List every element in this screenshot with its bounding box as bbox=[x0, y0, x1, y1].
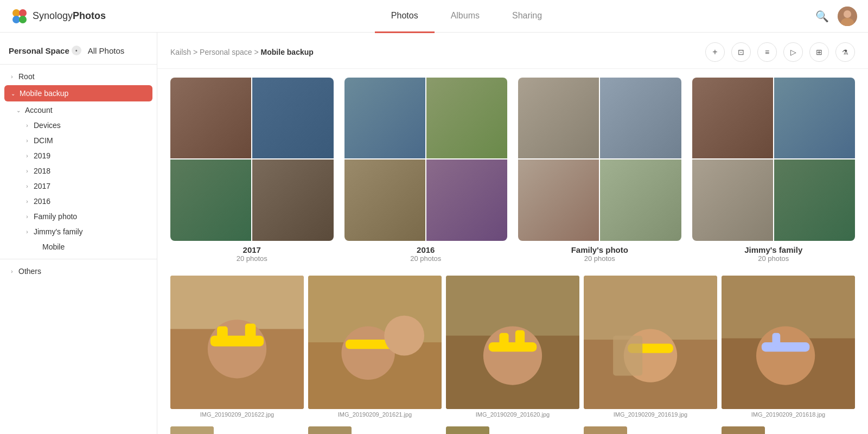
toolbar-actions: + ⊡ ≡ ▷ ⊞ ⚗ bbox=[705, 42, 855, 62]
sidebar-item-family-photo[interactable]: › Family photo bbox=[0, 209, 157, 224]
synology-logo-icon bbox=[11, 8, 28, 25]
chevron-right-icon: › bbox=[24, 153, 30, 159]
sidebar-item-dcim[interactable]: › DCIM bbox=[0, 133, 157, 148]
photo-filename: IMG_20190209_201619.jpg bbox=[584, 411, 717, 418]
photo-item-8[interactable] bbox=[446, 426, 579, 435]
chevron-right-icon: › bbox=[24, 229, 30, 235]
logo-area: SynologyPhotos bbox=[11, 8, 119, 25]
photo-row-1: IMG_20190209_201622.jpg IMG_20190209 bbox=[170, 276, 855, 418]
chevron-down-icon: ⌄ bbox=[10, 91, 16, 97]
chevron-right-icon: › bbox=[24, 168, 30, 174]
breadcrumb-sep-2: > bbox=[254, 48, 261, 56]
album-title: 2017 bbox=[170, 245, 334, 254]
sort-button[interactable]: ≡ bbox=[757, 42, 777, 62]
album-title: Jimmy's family bbox=[692, 245, 856, 254]
photo-item-2[interactable]: IMG_20190209_201621.jpg bbox=[308, 276, 442, 418]
chevron-right-icon: › bbox=[24, 199, 30, 205]
mosaic-cell bbox=[426, 159, 507, 240]
chevron-right-icon: › bbox=[9, 74, 15, 80]
mosaic-cell bbox=[344, 159, 425, 240]
album-card-2017[interactable]: 2017 20 photos bbox=[170, 78, 334, 263]
chevron-down-icon: ⌄ bbox=[15, 107, 22, 113]
album-count: 20 photos bbox=[170, 254, 334, 263]
photo-item-9[interactable] bbox=[584, 426, 717, 435]
photo-thumbnail bbox=[446, 276, 579, 409]
photo-item-10[interactable] bbox=[722, 426, 855, 435]
photo-thumbnail bbox=[308, 426, 352, 435]
tab-sharing[interactable]: Sharing bbox=[496, 1, 558, 33]
chevron-right-icon: › bbox=[24, 214, 30, 220]
album-count: 20 photos bbox=[692, 254, 856, 263]
photo-thumbnail bbox=[722, 426, 765, 435]
photo-filename: IMG_20190209_201622.jpg bbox=[170, 411, 304, 418]
svg-point-1 bbox=[19, 9, 27, 17]
breadcrumb-sep-1: > bbox=[193, 48, 200, 56]
album-mosaic-familys-photo bbox=[518, 78, 681, 241]
personal-space-button[interactable]: Personal Space • bbox=[9, 46, 81, 55]
sidebar-item-devices[interactable]: › Devices bbox=[0, 118, 157, 133]
svg-point-3 bbox=[19, 16, 27, 23]
breadcrumb-part-2[interactable]: Personal space bbox=[200, 48, 252, 56]
play-icon: ▷ bbox=[790, 48, 796, 56]
photo-row-2 bbox=[170, 426, 855, 435]
sidebar-divider bbox=[0, 64, 157, 65]
sidebar-item-2017[interactable]: › 2017 bbox=[0, 178, 157, 194]
album-card-2016[interactable]: 2016 20 photos bbox=[344, 78, 508, 263]
main-nav: Photos Albums Sharing bbox=[119, 0, 814, 33]
photo-filename: IMG_20190209_201620.jpg bbox=[446, 411, 579, 418]
photo-thumbnail bbox=[584, 276, 717, 409]
mosaic-cell bbox=[252, 159, 333, 240]
breadcrumb-bar: Kailsh > Personal space > Mobile backup … bbox=[157, 33, 868, 69]
photo-item-6[interactable] bbox=[170, 426, 304, 435]
mosaic-cell bbox=[170, 159, 251, 240]
filter-button[interactable]: ⚗ bbox=[835, 42, 855, 62]
breadcrumb-part-1[interactable]: Kailsh bbox=[170, 48, 191, 56]
mosaic-cell bbox=[600, 159, 681, 240]
photo-item-1[interactable]: IMG_20190209_201622.jpg bbox=[170, 276, 304, 418]
album-title: Family's photo bbox=[518, 245, 681, 254]
mosaic-cell bbox=[600, 78, 681, 158]
album-card-familys-photo[interactable]: Family's photo 20 photos bbox=[518, 78, 681, 263]
sidebar-item-2018[interactable]: › 2018 bbox=[0, 163, 157, 178]
header-right: 🔍 bbox=[814, 7, 857, 26]
search-icon[interactable]: 🔍 bbox=[815, 10, 829, 23]
avatar[interactable] bbox=[838, 7, 857, 26]
mosaic-cell bbox=[518, 78, 599, 158]
sidebar-item-account[interactable]: ⌄ Account bbox=[0, 103, 157, 118]
sidebar-item-2016[interactable]: › 2016 bbox=[0, 194, 157, 209]
breadcrumb: Kailsh > Personal space > Mobile backup bbox=[170, 48, 314, 56]
tab-photos[interactable]: Photos bbox=[375, 1, 435, 33]
chevron-right-icon: › bbox=[24, 123, 30, 129]
tab-albums[interactable]: Albums bbox=[435, 1, 496, 33]
mosaic-cell bbox=[774, 159, 855, 240]
photo-item-7[interactable] bbox=[308, 426, 442, 435]
breadcrumb-part-3[interactable]: Mobile backup bbox=[261, 48, 314, 56]
svg-point-0 bbox=[12, 9, 20, 17]
photo-grid-section: 2017 20 photos 2016 20 photos bbox=[157, 69, 868, 434]
sidebar-item-jimmys-family[interactable]: › Jimmy's family bbox=[0, 224, 157, 239]
select-area-button[interactable]: ⊡ bbox=[731, 42, 751, 62]
logo-label: SynologyPhotos bbox=[33, 10, 106, 22]
mosaic-cell bbox=[170, 78, 251, 158]
chevron-right-icon: › bbox=[9, 269, 15, 275]
mosaic-cell bbox=[518, 159, 599, 240]
photo-item-5[interactable]: IMG_20190209_201618.jpg bbox=[722, 276, 855, 418]
svg-point-2 bbox=[12, 16, 20, 23]
grid-view-button[interactable]: ⊞ bbox=[809, 42, 829, 62]
sidebar-item-mobile[interactable]: Mobile bbox=[0, 239, 157, 254]
slideshow-button[interactable]: ▷ bbox=[783, 42, 803, 62]
sidebar-item-others[interactable]: › Others bbox=[0, 264, 157, 279]
photo-item-3[interactable]: IMG_20190209_201620.jpg bbox=[446, 276, 579, 418]
mosaic-cell bbox=[252, 78, 333, 158]
photo-item-4[interactable]: IMG_20190209_201619.jpg bbox=[584, 276, 717, 418]
sidebar-item-2019[interactable]: › 2019 bbox=[0, 148, 157, 163]
add-button[interactable]: + bbox=[705, 42, 725, 62]
album-card-jimmys-family[interactable]: Jimmy's family 20 photos bbox=[692, 78, 856, 263]
all-photos-label: All Photos bbox=[86, 46, 125, 55]
album-mosaic-2017 bbox=[170, 78, 334, 241]
sidebar-item-root[interactable]: › Root bbox=[0, 69, 157, 84]
sidebar: Personal Space • All Photos › Root ⌄ Mob… bbox=[0, 33, 157, 434]
sidebar-item-mobile-backup[interactable]: ⌄ Mobile backup bbox=[4, 85, 152, 101]
svg-point-5 bbox=[844, 10, 851, 18]
main-layout: Personal Space • All Photos › Root ⌄ Mob… bbox=[0, 33, 868, 434]
